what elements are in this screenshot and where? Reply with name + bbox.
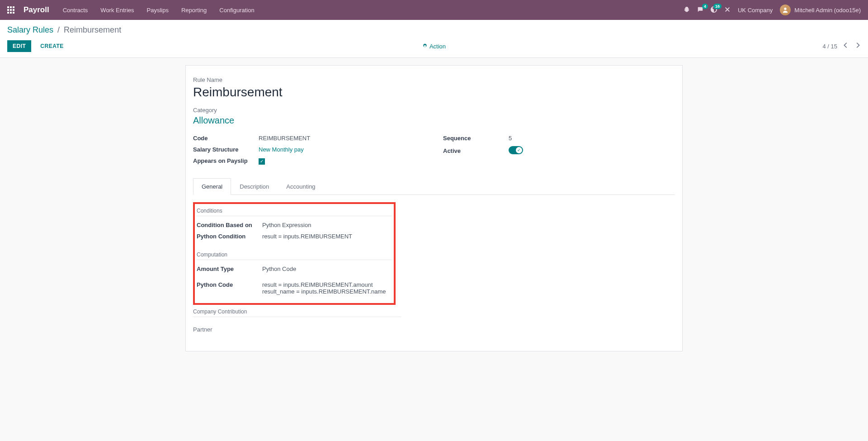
bug-icon[interactable] xyxy=(684,6,690,14)
form-grid: Code REIMBURSEMENT Salary Structure New … xyxy=(193,135,675,169)
rule-name-value: Reimbursement xyxy=(193,85,675,100)
sequence-label: Sequence xyxy=(443,135,509,142)
tab-description[interactable]: Description xyxy=(231,178,278,194)
tab-accounting[interactable]: Accounting xyxy=(278,178,324,194)
condition-based-label: Condition Based on xyxy=(197,222,262,228)
conditions-title: Conditions xyxy=(197,208,392,216)
create-button[interactable]: CREATE xyxy=(35,40,69,52)
close-tool-icon[interactable] xyxy=(724,6,731,14)
highlight-box: Conditions Condition Based on Python Exp… xyxy=(193,202,396,305)
category-label: Category xyxy=(193,107,675,114)
svg-point-0 xyxy=(784,8,787,10)
edit-button[interactable]: EDIT xyxy=(7,40,31,52)
tab-general[interactable]: General xyxy=(193,178,231,195)
app-title[interactable]: Payroll xyxy=(24,5,49,14)
pager-count: 4 / 15 xyxy=(822,43,837,50)
pager-prev[interactable] xyxy=(843,42,849,50)
appears-payslip-label: Appears on Payslip xyxy=(193,157,259,164)
python-condition-label: Python Condition xyxy=(197,233,262,240)
activities-icon[interactable]: 16 xyxy=(711,6,717,14)
computation-title: Computation xyxy=(197,251,392,260)
sheet-wrapper: Rule Name Reimbursement Category Allowan… xyxy=(0,58,868,359)
breadcrumb: Salary Rules / Reimbursement xyxy=(7,25,861,35)
code-value: REIMBURSEMENT xyxy=(259,135,310,142)
breadcrumb-parent[interactable]: Salary Rules xyxy=(7,25,53,34)
breadcrumb-sep: / xyxy=(57,25,60,34)
category-value: Allowance xyxy=(193,115,675,126)
messages-icon[interactable]: 4 xyxy=(697,6,703,14)
salary-structure-value[interactable]: New Monthly pay xyxy=(259,146,304,153)
company-selector[interactable]: UK Company xyxy=(738,7,773,14)
nav-menu: Contracts Work Entries Payslips Reportin… xyxy=(63,7,255,14)
nav-contracts[interactable]: Contracts xyxy=(63,7,88,14)
rule-name-label: Rule Name xyxy=(193,76,675,83)
python-condition-value: result = inputs.REIMBURSEMENT xyxy=(262,233,352,240)
amount-type-value: Python Code xyxy=(262,266,296,272)
salary-structure-label: Salary Structure xyxy=(193,146,259,153)
python-code-value: result = inputs.REIMBURSEMENT.amount res… xyxy=(262,281,386,295)
code-label: Code xyxy=(193,135,259,142)
top-navbar: Payroll Contracts Work Entries Payslips … xyxy=(0,0,868,20)
active-toggle xyxy=(509,146,523,154)
action-label: Action xyxy=(429,43,446,50)
control-bar: EDIT CREATE Action 4 / 15 xyxy=(0,37,868,58)
condition-based-value: Python Expression xyxy=(262,222,311,228)
company-contribution-section: Company Contribution Partner xyxy=(193,308,401,333)
apps-icon[interactable] xyxy=(7,6,14,14)
nav-configuration[interactable]: Configuration xyxy=(219,7,254,14)
form-sheet: Rule Name Reimbursement Category Allowan… xyxy=(185,65,683,351)
avatar xyxy=(780,5,791,15)
amount-type-label: Amount Type xyxy=(197,266,262,272)
nav-payslips[interactable]: Payslips xyxy=(147,7,169,14)
messages-badge: 4 xyxy=(702,4,708,9)
user-menu[interactable]: Mitchell Admin (odoo15e) xyxy=(780,5,861,15)
company-contribution-title: Company Contribution xyxy=(193,308,401,317)
action-dropdown[interactable]: Action xyxy=(422,43,446,50)
pager: 4 / 15 xyxy=(822,42,861,50)
appears-payslip-checkbox: ✓ xyxy=(259,158,265,165)
tabs: General Description Accounting xyxy=(193,178,675,195)
breadcrumb-current: Reimbursement xyxy=(64,25,121,34)
activities-badge: 16 xyxy=(713,4,722,9)
pager-next[interactable] xyxy=(854,42,861,50)
user-name: Mitchell Admin (odoo15e) xyxy=(794,7,861,14)
sequence-value: 5 xyxy=(509,135,512,142)
python-code-label: Python Code xyxy=(197,281,262,295)
nav-work-entries[interactable]: Work Entries xyxy=(100,7,134,14)
partner-label: Partner xyxy=(193,322,401,333)
breadcrumb-bar: Salary Rules / Reimbursement xyxy=(0,20,868,37)
tab-content-general: Conditions Condition Based on Python Exp… xyxy=(193,195,675,340)
nav-reporting[interactable]: Reporting xyxy=(181,7,207,14)
active-label: Active xyxy=(443,147,509,154)
